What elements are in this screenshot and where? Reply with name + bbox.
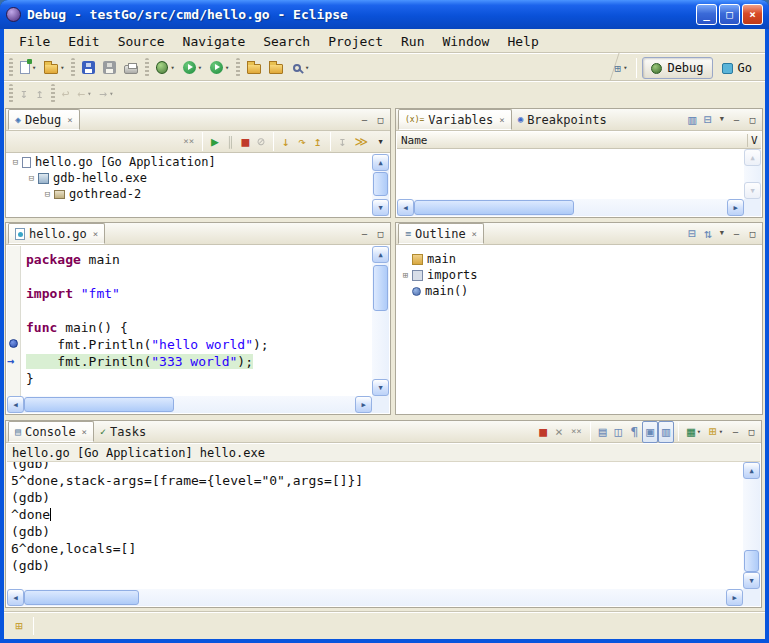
- scroll-left-button[interactable]: ◀: [397, 199, 414, 216]
- column-header-value[interactable]: V: [747, 134, 761, 147]
- scroll-right-button[interactable]: ▶: [727, 199, 744, 216]
- scrollbar-thumb[interactable]: [373, 172, 388, 196]
- code-line[interactable]: fmt.Println("333 world");: [26, 353, 372, 370]
- run-launch-dropdown-arrow[interactable]: ▾: [198, 64, 202, 72]
- variables-maximize-button[interactable]: □: [745, 112, 760, 127]
- code-line[interactable]: }: [26, 370, 372, 387]
- step-over-button[interactable]: ↷: [294, 132, 310, 151]
- tree-item[interactable]: ⊟hello.go [Go Application]: [7, 154, 372, 170]
- variables-content[interactable]: [397, 149, 744, 199]
- remove-all-terminated-launches-button[interactable]: ××: [567, 421, 586, 443]
- maximize-window-button[interactable]: □: [719, 4, 740, 25]
- minimize-window-button[interactable]: _: [696, 4, 717, 25]
- remove-launch-button[interactable]: ×: [551, 421, 567, 443]
- step-into-button[interactable]: ↓: [278, 132, 294, 151]
- outline-tab-close-button[interactable]: ×: [472, 229, 477, 239]
- variables-minimize-button[interactable]: –: [729, 112, 744, 127]
- terminate-button[interactable]: ■: [237, 132, 253, 151]
- debug-tab-close-button[interactable]: ×: [67, 115, 72, 125]
- back-history-dropdown-arrow[interactable]: ▾: [87, 90, 91, 98]
- menu-search[interactable]: Search: [254, 32, 319, 51]
- tree-item[interactable]: main(): [397, 283, 761, 299]
- breakpoint-icon[interactable]: [9, 339, 18, 348]
- variables-scrollbar-horizontal[interactable]: ◀ ▶: [397, 199, 744, 216]
- scrollbar-thumb[interactable]: [24, 590, 139, 605]
- menu-project[interactable]: Project: [319, 32, 392, 51]
- tree-expander[interactable]: ⊞: [399, 270, 412, 280]
- scrollbar-thumb[interactable]: [24, 397, 174, 412]
- menu-edit[interactable]: Edit: [59, 32, 108, 51]
- use-step-filters-button[interactable]: ≫: [350, 132, 372, 151]
- show-console-on-output-button[interactable]: ▥: [658, 421, 674, 443]
- open-perspective-button[interactable]: ⊞ ▾: [611, 57, 632, 79]
- new-wizard-button[interactable]: ▾: [16, 57, 40, 79]
- breakpoints-view-tab[interactable]: ◉ Breakpoints: [512, 109, 613, 130]
- go-perspective-button[interactable]: Go: [713, 57, 761, 79]
- console-maximize-button[interactable]: □: [744, 424, 759, 439]
- scrollbar-thumb[interactable]: [744, 550, 759, 572]
- console-minimize-button[interactable]: –: [728, 424, 743, 439]
- step-return-button[interactable]: ↥: [310, 132, 326, 151]
- editor-scrollbar-horizontal[interactable]: ◀ ▶: [7, 396, 372, 413]
- scroll-down-button[interactable]: ▼: [372, 379, 389, 396]
- scroll-right-button[interactable]: ▶: [355, 396, 372, 413]
- display-selected-console-button[interactable]: ▦▾: [683, 421, 705, 443]
- debug-minimize-button[interactable]: –: [357, 112, 372, 127]
- debug-maximize-button[interactable]: □: [373, 112, 388, 127]
- editor-tab-close-button[interactable]: ×: [93, 229, 98, 239]
- sort-outline-button[interactable]: ⇅: [700, 223, 716, 245]
- open-go-resource-button[interactable]: [243, 57, 265, 79]
- tree-item[interactable]: ⊟gothread-2: [7, 186, 372, 202]
- tree-expander[interactable]: ⊟: [41, 189, 54, 199]
- menu-file[interactable]: File: [10, 32, 59, 51]
- console-view-tab[interactable]: ▤ Console ×: [8, 421, 94, 442]
- word-wrap-button[interactable]: ¶: [626, 421, 642, 443]
- run-launch-button[interactable]: ▾: [179, 57, 206, 79]
- scroll-left-button[interactable]: ◀: [7, 589, 24, 606]
- forward-history-dropdown-arrow[interactable]: ▾: [109, 90, 113, 98]
- code-line[interactable]: [26, 302, 372, 319]
- save-button[interactable]: [78, 57, 99, 79]
- debug-scrollbar-vertical[interactable]: ▲ ▼: [372, 154, 389, 216]
- debug-view-menu-button[interactable]: ▼: [373, 134, 388, 149]
- print-button[interactable]: [120, 57, 142, 79]
- terminate-console-button[interactable]: ■: [535, 421, 551, 443]
- open-resource-button[interactable]: [265, 57, 287, 79]
- scroll-down-button[interactable]: ▼: [743, 572, 760, 589]
- outline-maximize-button[interactable]: □: [745, 226, 760, 241]
- new-wizard-dropdown-arrow[interactable]: ▾: [32, 64, 36, 72]
- outline-minimize-button[interactable]: –: [729, 226, 744, 241]
- code-line[interactable]: func main() {: [26, 319, 372, 336]
- open-console-button[interactable]: ⊞▾: [705, 421, 727, 443]
- menu-navigate[interactable]: Navigate: [174, 32, 255, 51]
- outline-view-menu-button[interactable]: ▼: [716, 223, 728, 245]
- console-tab-close-button[interactable]: ×: [82, 427, 87, 437]
- tree-item[interactable]: main: [397, 251, 761, 267]
- editor-ruler[interactable]: →: [7, 246, 21, 396]
- column-header-name[interactable]: Name: [401, 134, 428, 147]
- scroll-up-button[interactable]: ▲: [372, 154, 389, 171]
- menu-help[interactable]: Help: [498, 32, 547, 51]
- editor-tab[interactable]: hello.go ×: [8, 223, 105, 244]
- scroll-up-button[interactable]: ▲: [743, 462, 760, 479]
- scroll-lock-button[interactable]: ◫: [611, 421, 627, 443]
- fast-view-button[interactable]: ⊞: [9, 616, 29, 636]
- search-button[interactable]: ▾: [287, 57, 313, 79]
- debug-view-tab[interactable]: ◈ Debug ×: [8, 109, 80, 130]
- editor-scrollbar-vertical[interactable]: ▲ ▼: [372, 246, 389, 396]
- code-line[interactable]: import "fmt": [26, 285, 372, 302]
- clear-console-button[interactable]: ▤: [595, 421, 611, 443]
- titlebar[interactable]: Debug - testGo/src/cmd/hello.go - Eclips…: [0, 0, 769, 29]
- variables-tab-close-button[interactable]: ×: [499, 115, 504, 125]
- debug-launch-button[interactable]: ▾: [152, 57, 178, 79]
- menu-window[interactable]: Window: [433, 32, 498, 51]
- external-tools-button[interactable]: ▾: [206, 57, 233, 79]
- editor-maximize-button[interactable]: □: [373, 226, 388, 241]
- console-scrollbar-vertical[interactable]: ▲ ▼: [743, 462, 760, 589]
- code-line[interactable]: package main: [26, 251, 372, 268]
- console-scrollbar-horizontal[interactable]: ◀ ▶: [7, 589, 743, 606]
- external-tools-dropdown-arrow[interactable]: ▾: [225, 64, 229, 72]
- tree-item[interactable]: ⊟gdb-hello.exe: [7, 170, 372, 186]
- search-dropdown-arrow[interactable]: ▾: [305, 64, 309, 72]
- scroll-right-button[interactable]: ▶: [726, 589, 743, 606]
